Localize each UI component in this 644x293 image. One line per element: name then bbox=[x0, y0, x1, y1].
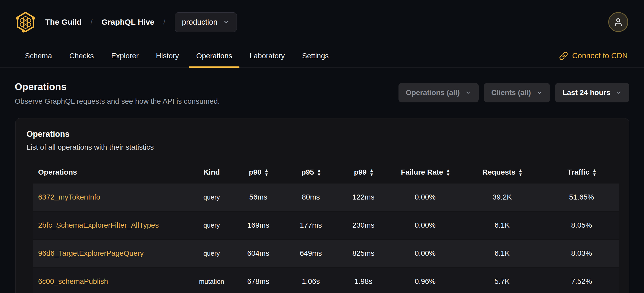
tab-settings[interactable]: Settings bbox=[295, 44, 336, 67]
tab-history[interactable]: History bbox=[149, 44, 186, 67]
traffic-cell: 7.52% bbox=[544, 277, 619, 286]
p99-cell: 1.98s bbox=[336, 277, 390, 286]
p90-cell: 169ms bbox=[231, 221, 285, 229]
page-header: Operations Observe GraphQL requests and … bbox=[0, 68, 644, 106]
table-body: 6372_myTokenInfo query 56ms 80ms 122ms 0… bbox=[33, 184, 619, 293]
column-header-p95[interactable]: p95 ▲▼ bbox=[285, 168, 336, 176]
sort-icon[interactable]: ▲▼ bbox=[265, 169, 268, 176]
p99-cell: 122ms bbox=[336, 193, 390, 201]
operation-link[interactable]: 2bfc_SchemaExplorerFilter_AllTypes bbox=[38, 221, 159, 229]
breadcrumb-separator: / bbox=[163, 18, 165, 26]
requests-cell: 5.7K bbox=[460, 277, 544, 286]
p90-cell: 678ms bbox=[231, 277, 285, 286]
failure-rate-cell: 0.00% bbox=[390, 193, 460, 201]
table-row: 2bfc_SchemaExplorerFilter_AllTypes query… bbox=[33, 212, 619, 239]
chevron-down-icon bbox=[465, 90, 471, 96]
breadcrumb: The Guild / GraphQL Hive / bbox=[45, 18, 165, 27]
table-row: 96d6_TargetExplorerPageQuery query 604ms… bbox=[33, 240, 619, 267]
chevron-down-icon bbox=[536, 90, 543, 96]
kind-cell: query bbox=[192, 193, 231, 201]
failure-rate-cell: 0.00% bbox=[390, 221, 460, 229]
operations-filter-label: Operations (all) bbox=[406, 88, 460, 97]
failure-rate-cell: 0.00% bbox=[390, 249, 460, 258]
link-icon bbox=[559, 51, 568, 60]
table-row: 6372_myTokenInfo query 56ms 80ms 122ms 0… bbox=[33, 184, 619, 211]
p95-cell: 649ms bbox=[285, 249, 336, 258]
column-header-failure-rate[interactable]: Failure Rate ▲▼ bbox=[390, 168, 460, 176]
tab-explorer[interactable]: Explorer bbox=[104, 44, 146, 67]
kind-cell: mutation bbox=[192, 278, 231, 285]
traffic-cell: 51.65% bbox=[544, 193, 619, 201]
project-nav: Schema Checks Explorer History Operation… bbox=[0, 44, 644, 68]
table-row: 6c00_schemaPublish mutation 678ms 1.06s … bbox=[33, 268, 619, 293]
chevron-down-icon bbox=[223, 19, 230, 25]
sort-icon[interactable]: ▲▼ bbox=[519, 169, 522, 176]
breadcrumb-separator: / bbox=[90, 18, 93, 26]
p90-cell: 56ms bbox=[231, 193, 285, 201]
operations-card: Operations List of all operations with t… bbox=[15, 118, 629, 293]
operations-filter-dropdown[interactable]: Operations (all) bbox=[398, 83, 479, 102]
column-header-p90[interactable]: p90 ▲▼ bbox=[231, 168, 285, 176]
p99-cell: 230ms bbox=[336, 221, 390, 229]
p95-cell: 1.06s bbox=[285, 277, 336, 286]
top-bar: The Guild / GraphQL Hive / production bbox=[0, 0, 644, 44]
operation-link[interactable]: 6372_myTokenInfo bbox=[38, 193, 100, 201]
chevron-down-icon bbox=[616, 90, 622, 96]
p90-cell: 604ms bbox=[231, 249, 285, 258]
tab-operations[interactable]: Operations bbox=[189, 44, 239, 67]
operation-link[interactable]: 96d6_TargetExplorerPageQuery bbox=[38, 249, 144, 257]
tab-laboratory[interactable]: Laboratory bbox=[242, 44, 292, 67]
user-avatar-button[interactable] bbox=[608, 12, 628, 32]
connect-to-cdn-link[interactable]: Connect to CDN bbox=[559, 44, 628, 67]
clients-filter-label: Clients (all) bbox=[491, 88, 531, 97]
page-title: Operations bbox=[15, 81, 220, 92]
requests-cell: 6.1K bbox=[460, 221, 544, 229]
operation-link[interactable]: 6c00_schemaPublish bbox=[38, 277, 108, 285]
target-selector-dropdown[interactable]: production bbox=[175, 12, 237, 32]
p95-cell: 80ms bbox=[285, 193, 336, 201]
sort-icon[interactable]: ▲▼ bbox=[447, 169, 449, 176]
sort-icon[interactable]: ▲▼ bbox=[318, 169, 320, 176]
table-header-row: Operations Kind p90 ▲▼ p95 ▲▼ p99 ▲▼ Fai… bbox=[33, 161, 619, 184]
sort-icon[interactable]: ▲▼ bbox=[370, 169, 373, 176]
filter-bar: Operations (all) Clients (all) Last 24 h… bbox=[398, 83, 629, 102]
failure-rate-cell: 0.96% bbox=[390, 277, 460, 286]
column-header-traffic[interactable]: Traffic ▲▼ bbox=[544, 168, 619, 176]
clients-filter-dropdown[interactable]: Clients (all) bbox=[484, 83, 550, 102]
connect-to-cdn-label: Connect to CDN bbox=[572, 51, 628, 60]
tab-schema[interactable]: Schema bbox=[18, 44, 59, 67]
column-header-p99[interactable]: p99 ▲▼ bbox=[336, 168, 390, 176]
p99-cell: 825ms bbox=[336, 249, 390, 258]
requests-cell: 6.1K bbox=[460, 249, 544, 258]
user-icon bbox=[613, 17, 623, 27]
tab-checks[interactable]: Checks bbox=[62, 44, 101, 67]
breadcrumb-org[interactable]: The Guild bbox=[45, 18, 81, 27]
traffic-cell: 8.05% bbox=[544, 221, 619, 229]
kind-cell: query bbox=[192, 222, 231, 229]
column-header-requests[interactable]: Requests ▲▼ bbox=[460, 168, 544, 176]
column-header-operations: Operations bbox=[33, 168, 192, 176]
p95-cell: 177ms bbox=[285, 221, 336, 229]
period-filter-label: Last 24 hours bbox=[563, 88, 610, 97]
kind-cell: query bbox=[192, 250, 231, 257]
card-subtitle: List of all operations with their statis… bbox=[27, 143, 618, 151]
column-header-kind: Kind bbox=[192, 168, 231, 176]
sort-icon[interactable]: ▲▼ bbox=[593, 169, 596, 176]
the-guild-logo-icon[interactable] bbox=[15, 11, 36, 33]
card-title: Operations bbox=[27, 129, 618, 139]
requests-cell: 39.2K bbox=[460, 193, 544, 201]
period-filter-dropdown[interactable]: Last 24 hours bbox=[555, 83, 629, 102]
operations-table: Operations Kind p90 ▲▼ p95 ▲▼ p99 ▲▼ Fai… bbox=[33, 161, 619, 293]
target-selector-label: production bbox=[182, 18, 217, 27]
breadcrumb-project[interactable]: GraphQL Hive bbox=[101, 18, 154, 27]
traffic-cell: 8.03% bbox=[544, 249, 619, 258]
page-subtitle: Observe GraphQL requests and see how the… bbox=[15, 97, 220, 106]
